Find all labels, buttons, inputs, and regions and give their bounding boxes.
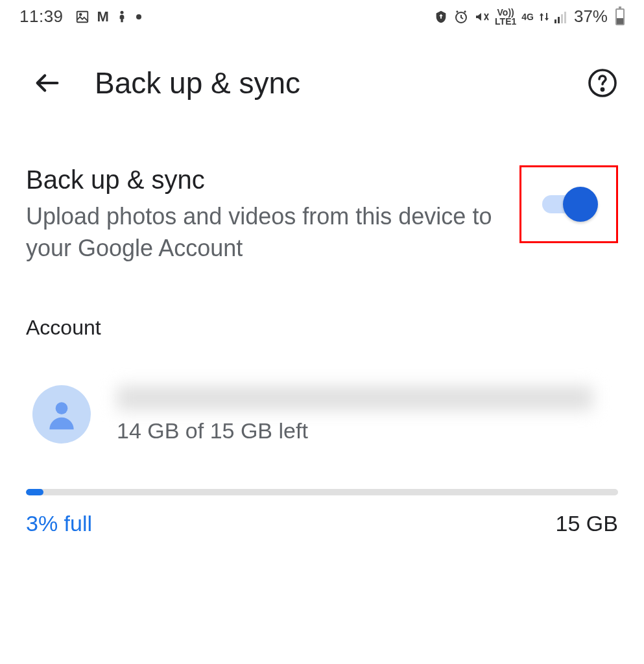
svg-rect-6 — [561, 14, 563, 23]
backup-sync-toggle[interactable] — [540, 187, 598, 222]
setting-text: Back up & sync Upload photos and videos … — [26, 165, 500, 264]
backup-sync-setting-row: Back up & sync Upload photos and videos … — [0, 113, 644, 290]
svg-rect-0 — [77, 11, 88, 22]
storage-total: 15 GB — [556, 511, 618, 536]
network-4g-indicator: 4G — [521, 12, 534, 21]
avatar — [32, 385, 91, 444]
svg-point-9 — [601, 88, 603, 90]
account-info: 14 GB of 15 GB left — [117, 386, 618, 444]
battery-percent-text: 37% — [574, 6, 608, 27]
image-icon — [75, 10, 89, 24]
account-section-header: Account — [0, 290, 644, 353]
svg-rect-4 — [555, 19, 556, 23]
signal-icon — [555, 10, 569, 23]
storage-progress-bar — [26, 489, 618, 495]
svg-rect-7 — [564, 12, 566, 23]
svg-point-1 — [79, 13, 81, 15]
update-icon — [434, 10, 448, 24]
svg-point-10 — [56, 403, 68, 415]
mute-icon — [474, 9, 490, 25]
svg-point-2 — [120, 10, 123, 14]
battery-icon — [615, 8, 625, 25]
setting-description: Upload photos and videos from this devic… — [26, 201, 500, 264]
help-button[interactable] — [587, 67, 618, 99]
storage-progress-labels: 3% full 15 GB — [26, 511, 618, 536]
status-time: 11:39 — [19, 6, 64, 27]
status-bar-left: 11:39 M — [19, 6, 141, 27]
toggle-highlight-box — [519, 165, 618, 243]
page-title: Back up & sync — [95, 65, 555, 101]
accessibility-icon — [115, 10, 128, 24]
status-bar: 11:39 M Vo)) LTE1 4G 37% — [0, 0, 644, 33]
more-notifications-dot — [136, 14, 141, 19]
app-bar: Back up & sync — [0, 33, 644, 113]
account-email-redacted — [117, 386, 593, 410]
gmail-icon: M — [97, 8, 108, 25]
account-row[interactable]: 14 GB of 15 GB left — [0, 353, 644, 463]
storage-progress-fill — [26, 489, 43, 495]
volte-indicator: Vo)) LTE1 — [495, 8, 516, 26]
status-bar-right: Vo)) LTE1 4G 37% — [434, 6, 625, 27]
storage-percent-full: 3% full — [26, 511, 92, 536]
svg-rect-5 — [558, 17, 560, 23]
data-arrows-icon — [539, 10, 549, 23]
account-storage-text: 14 GB of 15 GB left — [117, 418, 618, 444]
setting-title: Back up & sync — [26, 165, 500, 195]
storage-progress-section: 3% full 15 GB — [0, 463, 644, 549]
alarm-icon — [453, 9, 469, 25]
back-button[interactable] — [32, 68, 62, 98]
